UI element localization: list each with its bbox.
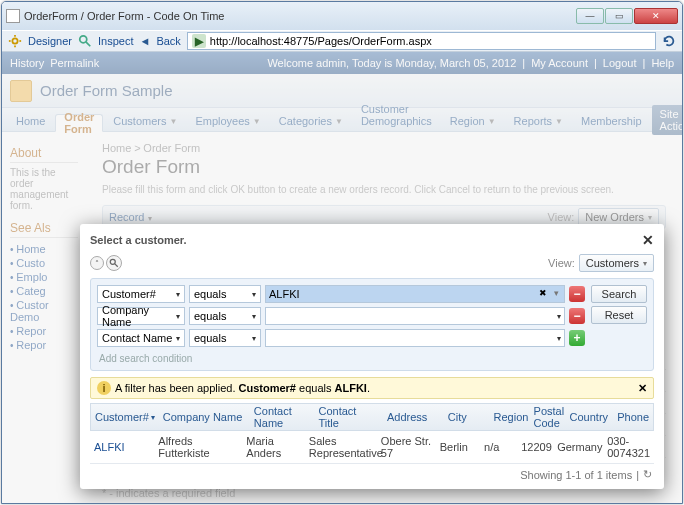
window-close-button[interactable]: ✕: [634, 8, 678, 24]
col-header[interactable]: Country: [566, 404, 614, 430]
search-value-input[interactable]: ▾: [265, 329, 565, 347]
crumb-home[interactable]: Home: [102, 142, 131, 154]
tab-reports[interactable]: Reports▼: [506, 111, 571, 131]
col-header[interactable]: Contact Name: [250, 404, 315, 430]
collapse-icon[interactable]: ˄: [90, 256, 104, 270]
record-menu[interactable]: Record ▾: [109, 211, 152, 223]
svg-point-7: [110, 259, 115, 264]
sidebar-item[interactable]: • Custo: [10, 256, 78, 270]
designer-link[interactable]: Designer: [28, 35, 72, 47]
search-op-select[interactable]: equals▾: [189, 329, 261, 347]
chevron-down-icon: ▼: [170, 117, 178, 126]
col-header[interactable]: City: [444, 404, 490, 430]
chevron-down-icon[interactable]: ▾: [550, 287, 562, 299]
window-title: OrderForm / Order Form - Code On Time: [24, 10, 576, 22]
col-header[interactable]: Phone: [613, 404, 653, 430]
url-bar[interactable]: ▶ http://localhost:48775/Pages/OrderForm…: [187, 32, 656, 50]
refresh-icon[interactable]: [662, 34, 676, 48]
favicon: [6, 9, 20, 23]
crumb-current: Order Form: [143, 142, 200, 154]
col-header[interactable]: Customer#▾: [91, 404, 159, 430]
add-search-condition-link[interactable]: Add search condition: [97, 351, 585, 364]
sidebar-item[interactable]: • Home: [10, 242, 78, 256]
remove-condition-button[interactable]: −: [569, 308, 585, 324]
view-label: View:: [548, 211, 575, 223]
grid-footer-text: Showing 1-1 of 1 items: [520, 469, 632, 481]
chevron-down-icon: ▾: [643, 259, 647, 268]
window-minimize-button[interactable]: —: [576, 8, 604, 24]
remove-condition-button[interactable]: −: [569, 286, 585, 302]
back-link[interactable]: Back: [156, 35, 180, 47]
tab-region[interactable]: Region▼: [442, 111, 504, 131]
search-field-select[interactable]: Contact Name▾: [97, 329, 185, 347]
tab-order-form[interactable]: Order Form: [55, 114, 103, 132]
cell: Obere Str. 57: [377, 431, 436, 463]
search-field-select[interactable]: Company Name▾: [97, 307, 185, 325]
chevron-down-icon: ▾: [252, 312, 256, 321]
search-button[interactable]: Search: [591, 285, 647, 303]
notice-close-button[interactable]: ✕: [638, 382, 647, 395]
search-value-input[interactable]: ▾: [265, 307, 565, 325]
modal-close-button[interactable]: ✕: [642, 232, 654, 248]
view-label: View:: [548, 257, 575, 269]
table-row[interactable]: ALFKI Alfreds Futterkiste Maria Anders S…: [90, 431, 654, 464]
customer-lookup-modal: Select a customer. ✕ ˄ View: Customers▾ …: [80, 224, 664, 489]
cell: 030-0074321: [603, 431, 654, 463]
chevron-down-icon: ▾: [252, 334, 256, 343]
tab-customers[interactable]: Customers▼: [105, 111, 185, 131]
app-logo-icon: [10, 80, 32, 102]
page-title: Order Form: [102, 156, 666, 178]
cell: Germany: [553, 437, 603, 457]
chevron-down-icon: ▾: [648, 213, 652, 222]
history-link[interactable]: History: [10, 57, 44, 69]
sidebar-item[interactable]: • Custor Demo: [10, 298, 78, 324]
permalink-link[interactable]: Permalink: [50, 57, 99, 69]
chevron-down-icon: ▼: [335, 117, 343, 126]
sidebar-item[interactable]: • Repor: [10, 324, 78, 338]
tab-categories[interactable]: Categories▼: [271, 111, 351, 131]
window-title-bar: OrderForm / Order Form - Code On Time — …: [2, 2, 682, 30]
sidebar-item[interactable]: • Repor: [10, 338, 78, 352]
chevron-down-icon: ▾: [557, 334, 561, 343]
search-options-icon[interactable]: [106, 255, 122, 271]
search-op-select[interactable]: equals▾: [189, 307, 261, 325]
search-op-select[interactable]: equals▾: [189, 285, 261, 303]
inspect-link[interactable]: Inspect: [98, 35, 133, 47]
search-value-input[interactable]: ALFKI: [265, 285, 565, 303]
site-actions-button[interactable]: Site Actions▼: [652, 105, 682, 135]
reset-button[interactable]: Reset: [591, 306, 647, 324]
sidebar-item[interactable]: • Emplo: [10, 270, 78, 284]
modal-view-selector[interactable]: Customers▾: [579, 254, 654, 272]
tab-home[interactable]: Home: [8, 111, 53, 131]
app-title: Order Form Sample: [40, 82, 173, 99]
see-also-heading: See Als: [10, 221, 78, 238]
add-condition-button[interactable]: +: [569, 330, 585, 346]
col-header[interactable]: Postal Code: [530, 404, 566, 430]
tab-membership[interactable]: Membership: [573, 111, 650, 131]
svg-line-8: [115, 264, 118, 267]
col-header[interactable]: Contact Title: [315, 404, 383, 430]
col-header[interactable]: Company Name: [159, 404, 250, 430]
window-maximize-button[interactable]: ▭: [605, 8, 633, 24]
cell-customer-id[interactable]: ALFKI: [90, 437, 154, 457]
refresh-icon[interactable]: ↻: [643, 468, 652, 481]
tab-employees[interactable]: Employees▼: [187, 111, 268, 131]
tab-cust-demo[interactable]: Customer Demographics: [353, 99, 440, 131]
chevron-down-icon: ▾: [176, 334, 180, 343]
search-field-select[interactable]: Customer#▾: [97, 285, 185, 303]
col-header[interactable]: Region: [490, 404, 530, 430]
chevron-down-icon: ▼: [555, 117, 563, 126]
chevron-down-icon: ▼: [253, 117, 261, 126]
url-text: http://localhost:48775/Pages/OrderForm.a…: [210, 35, 432, 47]
info-icon: i: [97, 381, 111, 395]
col-header[interactable]: Address: [383, 404, 444, 430]
logout-link[interactable]: Logout: [603, 57, 637, 69]
gear-icon: [8, 34, 22, 48]
cell: Sales Representative: [305, 431, 377, 463]
help-link[interactable]: Help: [651, 57, 674, 69]
magnifier-icon: [78, 34, 92, 48]
sidebar-item[interactable]: • Categ: [10, 284, 78, 298]
funnel-icon: ▾: [151, 413, 155, 422]
clear-icon[interactable]: ✖: [537, 287, 549, 299]
my-account-link[interactable]: My Account: [531, 57, 588, 69]
